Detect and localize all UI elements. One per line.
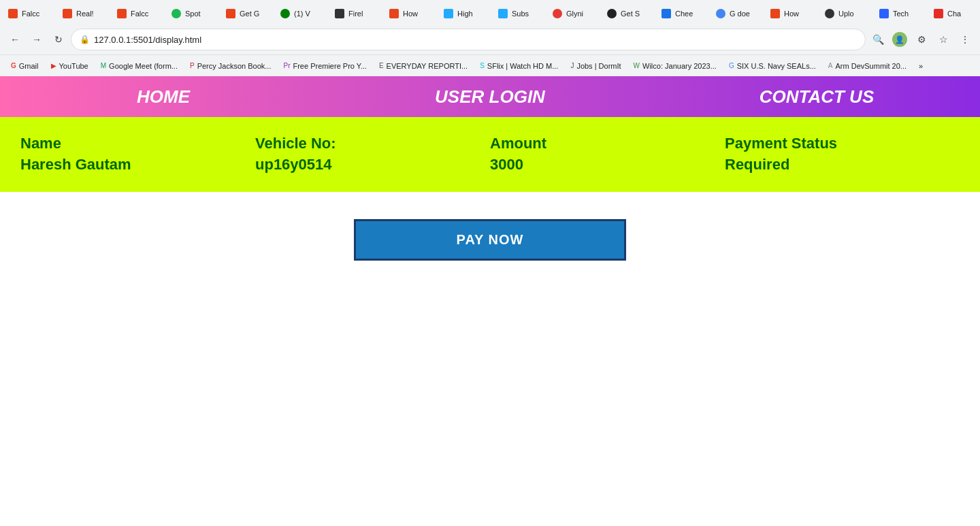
tab-get[interactable]: Get G — [218, 3, 272, 24]
tab-firefox[interactable]: Firel — [327, 3, 381, 24]
bookmark-everyday[interactable]: E EVERYDAY REPORTI... — [374, 61, 473, 71]
tab-label: (1) V — [294, 10, 310, 18]
address-bar[interactable]: 🔒 127.0.0.1:5501/display.html — [71, 29, 866, 50]
tab-favicon — [934, 9, 943, 18]
main-navigation: HOME USER LOGIN CONTACT US — [0, 76, 980, 117]
meet-icon: M — [101, 62, 106, 69]
browser-toolbar: ← → ↻ 🔒 127.0.0.1:5501/display.html 🔍 👤 … — [0, 24, 980, 54]
browser-menu-icon[interactable]: ⋮ — [956, 30, 975, 49]
tab-spot[interactable]: Spot — [163, 3, 218, 24]
bookmark-jobs[interactable]: J Jobs | DormIt — [565, 61, 626, 71]
bookmark-label: Wilco: January 2023... — [642, 62, 717, 70]
nav-contact-us[interactable]: CONTACT US — [653, 76, 980, 117]
tab-favicon — [879, 9, 889, 18]
back-button[interactable]: ← — [5, 30, 24, 49]
bookmark-label: Gmail — [19, 62, 39, 70]
tab-chee[interactable]: Chee — [653, 3, 708, 24]
tab-falcc-1[interactable]: Falcc — [0, 3, 54, 24]
tab-1v[interactable]: (1) V — [272, 3, 327, 24]
bookmark-wilco[interactable]: W Wilco: January 2023... — [628, 61, 722, 71]
extensions-icon[interactable]: ⚙ — [912, 30, 931, 49]
tab-label: Real! — [76, 10, 94, 18]
tab-real[interactable]: Real! — [54, 3, 109, 24]
tab-how[interactable]: How — [381, 3, 436, 24]
bookmark-label: Arm DevSummit 20... — [836, 62, 907, 70]
tab-favicon — [172, 9, 181, 18]
amount-column: Amount 3000 — [490, 133, 725, 176]
tab-label: Cha — [947, 10, 961, 18]
tab-label: Firel — [348, 10, 363, 18]
forward-button[interactable]: → — [27, 30, 46, 49]
tab-label: Tech — [893, 10, 909, 18]
url-text: 127.0.0.1:5501/display.html — [94, 35, 201, 45]
tab-how2[interactable]: How — [762, 3, 817, 24]
tab-gets[interactable]: Get S — [599, 3, 653, 24]
wilco-icon: W — [634, 62, 640, 69]
tab-label: Falcc — [22, 10, 39, 18]
bookmark-star-icon[interactable]: ☆ — [934, 30, 953, 49]
tab-favicon — [498, 9, 508, 18]
bookmark-gmail[interactable]: G Gmail — [5, 61, 44, 71]
tab-label: How — [403, 10, 418, 18]
bookmark-sflix[interactable]: S SFlix | Watch HD M... — [474, 61, 564, 71]
name-label: Name — [20, 133, 255, 154]
vehicle-label: Vehicle No: — [255, 133, 490, 154]
profile-icon[interactable]: 👤 — [890, 30, 909, 49]
tab-label: High — [457, 10, 473, 18]
toolbar-actions: 🔍 👤 ⚙ ☆ ⋮ — [868, 30, 975, 49]
tab-glyni[interactable]: Glyni — [544, 3, 599, 24]
tab-favicon — [553, 9, 562, 18]
premiere-icon: Pr — [283, 62, 290, 69]
bookmark-arm[interactable]: A Arm DevSummit 20... — [823, 61, 912, 71]
tab-favicon — [117, 9, 127, 18]
arm-icon: A — [828, 62, 833, 69]
bookmark-meet[interactable]: M Google Meet (form... — [95, 61, 183, 71]
bookmark-youtube[interactable]: ▶ YouTube — [46, 61, 94, 71]
tab-favicon — [825, 9, 834, 18]
tab-high[interactable]: High — [436, 3, 490, 24]
info-section: Name Haresh Gautam Vehicle No: up16y0514… — [0, 117, 980, 192]
tab-favicon — [335, 9, 344, 18]
pay-section: PAY NOW — [0, 192, 980, 288]
tab-uplo[interactable]: Uplo — [817, 3, 871, 24]
bookmark-six[interactable]: G SIX U.S. Navy SEALs... — [723, 61, 821, 71]
tab-label: Falcc — [131, 10, 148, 18]
search-icon[interactable]: 🔍 — [868, 30, 887, 49]
tab-label: G doe — [730, 10, 750, 18]
amount-value: 3000 — [490, 154, 725, 176]
tab-tech[interactable]: Tech — [871, 3, 926, 24]
tab-label: Uplo — [838, 10, 854, 18]
lock-icon: 🔒 — [80, 35, 90, 44]
bookmark-more[interactable]: » — [913, 61, 928, 71]
bookmark-label: SIX U.S. Navy SEALs... — [737, 62, 816, 70]
page-content: HOME USER LOGIN CONTACT US Name Haresh G… — [0, 76, 980, 288]
tab-label: Chee — [675, 10, 693, 18]
bookmark-label: YouTube — [59, 62, 88, 70]
tab-favicon — [63, 9, 72, 18]
nav-home[interactable]: HOME — [0, 76, 327, 117]
tab-cha[interactable]: Cha — [926, 3, 980, 24]
bookmark-premiere[interactable]: Pr Free Premiere Pro Y... — [278, 61, 372, 71]
youtube-icon: ▶ — [51, 62, 56, 69]
tab-favicon — [280, 9, 290, 18]
everyday-icon: E — [379, 62, 384, 69]
tab-falcc-2[interactable]: Falcc — [109, 3, 163, 24]
nav-user-login[interactable]: USER LOGIN — [327, 76, 653, 117]
reload-button[interactable]: ↻ — [49, 30, 68, 49]
six-icon: G — [729, 62, 734, 69]
tab-favicon — [662, 9, 671, 18]
name-column: Name Haresh Gautam — [20, 133, 255, 176]
bookmark-percy[interactable]: P Percy Jackson Book... — [184, 61, 277, 71]
name-value: Haresh Gautam — [20, 154, 255, 176]
tab-favicon — [607, 9, 617, 18]
jobs-icon: J — [570, 62, 574, 69]
browser-window: Falcc Real! Falcc Spot Get G (1) V Firel — [0, 0, 980, 76]
pay-now-button[interactable]: PAY NOW — [354, 219, 626, 261]
tab-gdoe[interactable]: G doe — [708, 3, 762, 24]
bookmark-label: Google Meet (form... — [109, 62, 178, 70]
tab-favicon — [444, 9, 453, 18]
tab-label: Glyni — [566, 10, 583, 18]
tab-label: Get S — [621, 10, 640, 18]
gmail-icon: G — [11, 62, 16, 69]
tab-subs[interactable]: Subs — [490, 3, 544, 24]
